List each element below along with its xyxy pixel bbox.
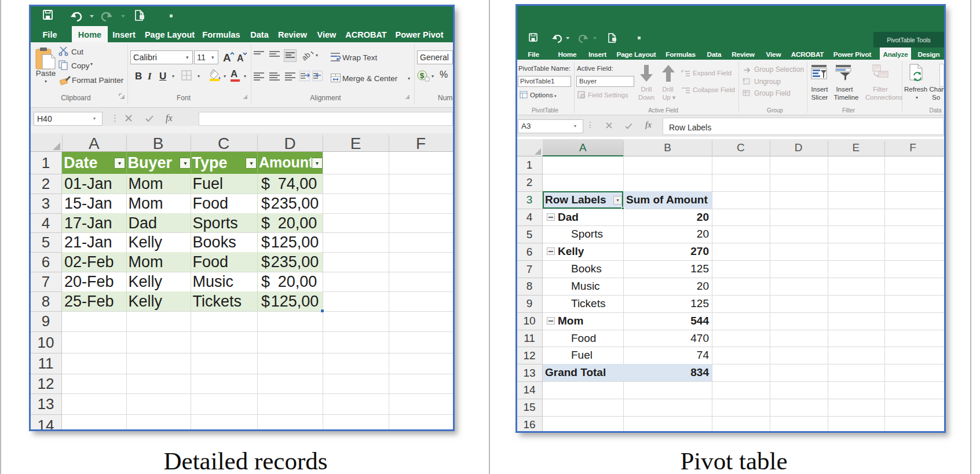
svg-text:A: A (237, 53, 244, 63)
svg-text:A: A (223, 52, 231, 64)
svg-text:ab: ab (300, 50, 312, 63)
svg-text:$: $ (420, 71, 425, 80)
